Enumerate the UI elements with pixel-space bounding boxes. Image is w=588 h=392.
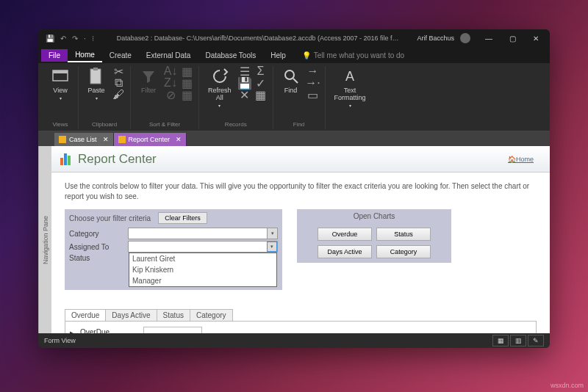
maximize-button[interactable]: ▢: [501, 31, 523, 46]
chevron-down-icon: ▾: [60, 95, 62, 101]
app-window: 💾 ↶ ↷ · ⁝ Database2 : Database- C:\Users…: [38, 29, 550, 348]
close-tab-icon[interactable]: ✕: [103, 136, 109, 143]
select-icon[interactable]: ▭: [307, 90, 319, 100]
report-body: Use the controls below to filter your da…: [51, 173, 550, 333]
form-icon: [59, 136, 66, 143]
group-clipboard: Paste ▾ ✂ ⧉ 🖌 Clipboard: [79, 66, 131, 129]
layout-view-button[interactable]: ▥: [510, 335, 526, 346]
category-label: Category: [69, 230, 123, 238]
dropdown-item[interactable]: Manager: [129, 275, 276, 286]
advanced-icon[interactable]: ▦: [181, 78, 193, 88]
remove-sort-icon[interactable]: ⊘: [165, 90, 176, 100]
status-label: Status: [69, 254, 123, 262]
redo-icon[interactable]: ↷: [72, 35, 78, 43]
tab-external-data[interactable]: External Data: [139, 49, 198, 62]
report-center-form: Report Center 🏠Home Use the controls bel…: [51, 146, 550, 333]
content-area: Navigation Pane Report Center 🏠Home Use …: [38, 146, 550, 333]
tab-overdue[interactable]: Overdue: [65, 309, 106, 321]
spelling-icon[interactable]: ✓: [255, 78, 267, 88]
group-label-views: Views: [52, 120, 68, 129]
tab-status[interactable]: Status: [157, 309, 190, 321]
tab-home[interactable]: Home: [68, 48, 102, 62]
chevron-down-icon: ▾: [96, 95, 98, 101]
delete-record-icon[interactable]: ✕: [239, 90, 251, 100]
statusbar: Form View ▦ ▥ ✎: [38, 333, 550, 348]
user-name[interactable]: Arif Bacchus: [417, 35, 454, 42]
home-link[interactable]: 🏠Home: [508, 156, 534, 163]
form-view-button[interactable]: ▦: [492, 335, 509, 346]
quick-access-toolbar: 💾 ↶ ↷ · ⁝: [41, 35, 98, 43]
text-formatting-button[interactable]: A Text Formatting ▾: [331, 66, 369, 109]
group-label-find: Find: [293, 120, 305, 129]
qat-custom[interactable]: ⁝: [92, 35, 94, 43]
svg-rect-3: [93, 68, 98, 70]
find-button[interactable]: Find: [279, 66, 303, 95]
group-label-sort: Sort & Filter: [149, 120, 180, 129]
goto-icon[interactable]: →·: [307, 78, 319, 88]
group-find: Find → →· ▭ Find: [273, 66, 326, 129]
chart-category-button[interactable]: Category: [376, 245, 431, 258]
assigned-to-combo[interactable]: ▾ Laurent Giret Kip Kniskern Manager: [128, 241, 278, 253]
lightbulb-icon: 💡: [302, 51, 311, 59]
overdue-field[interactable]: [143, 327, 202, 333]
window-buttons: Arif Bacchus — ▢ ✕: [417, 31, 547, 46]
undo-icon[interactable]: ↶: [60, 35, 66, 43]
selection-icon[interactable]: ▦: [181, 66, 193, 76]
tab-category[interactable]: Category: [190, 309, 233, 321]
svg-point-4: [285, 70, 294, 79]
text-format-icon: A: [341, 68, 359, 85]
filter-criteria-panel: Choose your filter criteria Clear Filter…: [65, 209, 282, 290]
chart-status-button[interactable]: Status: [376, 228, 431, 241]
tell-me-search[interactable]: 💡 Tell me what you want to do: [302, 51, 404, 59]
chevron-down-icon: ▾: [267, 242, 277, 252]
new-record-icon[interactable]: ☰: [239, 66, 251, 76]
tab-file[interactable]: File: [41, 49, 68, 62]
dropdown-item[interactable]: Laurent Giret: [129, 253, 276, 264]
toggle-filter-icon[interactable]: ▦: [181, 90, 193, 100]
filter-icon: [140, 68, 157, 85]
svg-rect-1: [53, 70, 68, 73]
format-painter-icon[interactable]: 🖌: [112, 90, 124, 100]
filter-button[interactable]: Filter: [137, 66, 160, 95]
doc-tab-case-list[interactable]: Case List ✕: [54, 133, 114, 146]
clear-filters-button[interactable]: Clear Filters: [158, 212, 207, 224]
more-icon[interactable]: ▦: [255, 90, 267, 100]
chart-days-active-button[interactable]: Days Active: [318, 245, 372, 258]
save-icon[interactable]: 💾: [46, 35, 54, 43]
report-header: Report Center 🏠Home: [51, 146, 550, 173]
assigned-to-dropdown: Laurent Giret Kip Kniskern Manager: [129, 253, 277, 287]
user-avatar[interactable]: [460, 33, 470, 43]
view-button[interactable]: View ▾: [49, 66, 72, 102]
tab-database-tools[interactable]: Database Tools: [198, 49, 263, 62]
tab-create[interactable]: Create: [102, 49, 139, 62]
close-button[interactable]: ✕: [525, 31, 547, 46]
tab-days-active[interactable]: Days Active: [105, 309, 157, 321]
category-combo[interactable]: ▾: [128, 228, 278, 239]
minimize-button[interactable]: —: [478, 31, 500, 46]
save-record-icon[interactable]: 💾: [239, 78, 251, 88]
dropdown-item[interactable]: Kip Kniskern: [129, 264, 276, 275]
open-charts-panel: Open Charts Overdue Status Days Active C…: [297, 209, 451, 290]
refresh-button[interactable]: Refresh All ▾: [205, 66, 234, 109]
chart-overdue-button[interactable]: Overdue: [318, 228, 372, 241]
doc-tab-report-center[interactable]: Report Center ✕: [114, 133, 187, 146]
copy-icon[interactable]: ⧉: [112, 78, 124, 88]
totals-icon[interactable]: Σ: [255, 66, 267, 76]
replace-icon[interactable]: →: [307, 66, 319, 76]
window-title: Database2 : Database- C:\Users\arifb\Doc…: [98, 35, 417, 42]
overdue-panel: ▸ OverDue OnSchedule 1weekLate: [65, 321, 537, 333]
sort-asc-icon[interactable]: A↓: [165, 66, 176, 76]
tab-help[interactable]: Help: [263, 49, 293, 62]
sort-desc-icon[interactable]: Z↓: [165, 78, 176, 88]
ribbon-tabs: File Home Create External Data Database …: [38, 47, 550, 63]
chevron-down-icon: ▾: [349, 103, 351, 108]
document-tabs: Case List ✕ Report Center ✕: [38, 131, 550, 146]
paste-button[interactable]: Paste ▾: [85, 66, 108, 102]
cut-icon[interactable]: ✂: [112, 66, 124, 76]
navigation-pane-collapsed[interactable]: Navigation Pane: [38, 146, 51, 333]
group-sort-filter: Filter A↓ Z↓ ⊘ ▦ ▦ ▦ Sort & Filter: [131, 66, 199, 129]
design-view-button[interactable]: ✎: [528, 335, 544, 346]
overdue-row: ▸ OverDue: [70, 326, 531, 333]
field-label: OverDue: [80, 328, 139, 333]
close-tab-icon[interactable]: ✕: [176, 136, 182, 143]
